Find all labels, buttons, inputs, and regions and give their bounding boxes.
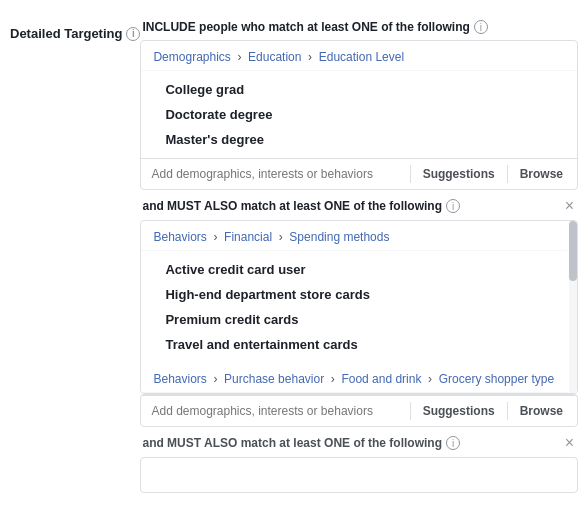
breadcrumb-grocery-shopper-type[interactable]: Grocery shopper type [439, 372, 554, 386]
detailed-targeting-info-icon[interactable]: i [126, 27, 140, 41]
close-block-1[interactable]: × [561, 198, 578, 214]
search-row-1: Suggestions Browse [141, 158, 577, 189]
divider-4 [507, 402, 508, 420]
breadcrumb-financial[interactable]: Financial [224, 230, 272, 244]
bottom-header-left: and MUST ALSO match at least ONE of the … [142, 436, 460, 450]
and-also-info-icon-2[interactable]: i [446, 436, 460, 450]
breadcrumb-purchase-behavior[interactable]: Purchase behavior [224, 372, 324, 386]
and-also-text-1: and MUST ALSO match at least ONE of the … [142, 199, 442, 213]
search-input-1[interactable] [151, 167, 401, 181]
browse-button-2[interactable]: Browse [516, 404, 567, 418]
breadcrumb-demographics[interactable]: Demographics [153, 50, 230, 64]
and-also-text-2: and MUST ALSO match at least ONE of the … [142, 436, 442, 450]
scrollbar-track[interactable] [569, 221, 577, 393]
breadcrumb-sep-7: › [428, 372, 432, 386]
breadcrumb-sep-4: › [279, 230, 283, 244]
breadcrumb-sep-6: › [331, 372, 335, 386]
targeting-content: INCLUDE people who match at least ONE of… [140, 20, 578, 493]
breadcrumb-spending-methods[interactable]: Spending methods [289, 230, 389, 244]
breadcrumb-behaviors[interactable]: Behaviors [153, 230, 206, 244]
breadcrumb-food-and-drink[interactable]: Food and drink [341, 372, 421, 386]
scrollable-inner-1: Behaviors › Financial › Spending methods… [141, 221, 577, 393]
bottom-section: and MUST ALSO match at least ONE of the … [140, 435, 578, 493]
multi-breadcrumb: Behaviors › Purchase behavior › Food and… [141, 363, 567, 393]
divider-2 [507, 165, 508, 183]
suggestions-button-2[interactable]: Suggestions [419, 404, 499, 418]
divider-1 [410, 165, 411, 183]
scrollable-box-1: Behaviors › Financial › Spending methods… [140, 220, 578, 394]
breadcrumb-education-level[interactable]: Education Level [319, 50, 404, 64]
list-item: College grad [141, 77, 577, 102]
breadcrumb-row-1: Demographics › Education › Education Lev… [141, 41, 577, 71]
list-item: Active credit card user [141, 257, 567, 282]
and-also-info-icon-1[interactable]: i [446, 199, 460, 213]
breadcrumb-sep-1: › [237, 50, 241, 64]
bottom-header: and MUST ALSO match at least ONE of the … [140, 435, 578, 451]
and-also-block-1: and MUST ALSO match at least ONE of the … [140, 198, 578, 427]
detailed-targeting-label: Detailed Targeting [10, 26, 122, 41]
list-item: Master's degree [141, 127, 577, 152]
second-box-search: Suggestions Browse [140, 394, 578, 427]
detailed-targeting-section: Detailed Targeting i INCLUDE people who … [10, 20, 578, 493]
divider-3 [410, 402, 411, 420]
section-label: Detailed Targeting i [10, 20, 140, 41]
breadcrumb-row-2: Behaviors › Financial › Spending methods [141, 221, 567, 251]
browse-button-1[interactable]: Browse [516, 167, 567, 181]
breadcrumb-sep-5: › [213, 372, 217, 386]
list-item: Travel and entertainment cards [141, 332, 567, 357]
list-item: Doctorate degree [141, 102, 577, 127]
breadcrumb-behaviors-2[interactable]: Behaviors [153, 372, 206, 386]
include-header-text: INCLUDE people who match at least ONE of… [142, 20, 469, 34]
and-also-header-1: and MUST ALSO match at least ONE of the … [140, 198, 578, 214]
list-item: High-end department store cards [141, 282, 567, 307]
search-row-2: Suggestions Browse [141, 395, 577, 426]
close-block-2[interactable]: × [561, 435, 578, 451]
empty-targeting-box [140, 457, 578, 493]
include-header: INCLUDE people who match at least ONE of… [140, 20, 578, 34]
targeting-box-1: Demographics › Education › Education Lev… [140, 40, 578, 190]
scrollbar-thumb[interactable] [569, 221, 577, 281]
breadcrumb-sep-3: › [213, 230, 217, 244]
include-header-info-icon[interactable]: i [474, 20, 488, 34]
search-input-2[interactable] [151, 404, 401, 418]
breadcrumb-sep-2: › [308, 50, 312, 64]
suggestions-button-1[interactable]: Suggestions [419, 167, 499, 181]
list-item: Premium credit cards [141, 307, 567, 332]
breadcrumb-education[interactable]: Education [248, 50, 301, 64]
item-list-1: College grad Doctorate degree Master's d… [141, 71, 577, 158]
page-wrapper: Detailed Targeting i INCLUDE people who … [10, 20, 578, 493]
and-also-header-left-1: and MUST ALSO match at least ONE of the … [142, 199, 460, 213]
item-list-2: Active credit card user High-end departm… [141, 251, 567, 363]
